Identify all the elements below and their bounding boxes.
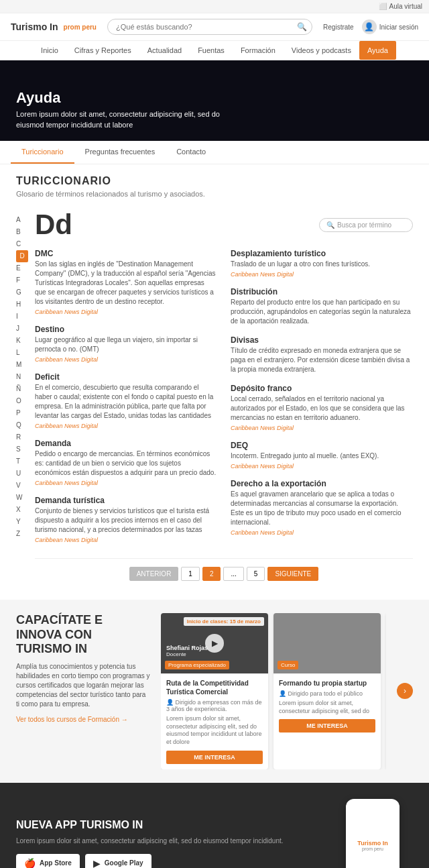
presenter-role: Docente: [166, 651, 208, 657]
course-1-badge: Programa especializado: [165, 661, 229, 669]
entry-derecho-source: Caribbean News Digital: [231, 529, 413, 536]
monitor-icon: ⬜: [379, 3, 387, 10]
entry-distribucion: Distribución Reparto del producto entre …: [231, 287, 413, 326]
letter-v[interactable]: V: [16, 480, 35, 492]
login-label[interactable]: Iniciar sesión: [379, 23, 418, 31]
letter-b[interactable]: B: [16, 226, 35, 238]
letter-i[interactable]: I: [16, 311, 35, 323]
entry-desplazamiento: Desplazamiento turístico Traslado de un …: [231, 249, 413, 278]
app-store-button[interactable]: 🍎 App Store: [16, 854, 80, 868]
nav-item-ayuda[interactable]: Ayuda: [359, 41, 396, 60]
letter-x[interactable]: X: [16, 504, 35, 516]
letter-ñ[interactable]: Ñ: [16, 383, 35, 395]
dictionary-columns: DMC Son las siglas en inglés de "Destina…: [35, 249, 413, 553]
letter-z[interactable]: Z: [16, 528, 35, 540]
entry-demanda-turistica-title: Demanda turística: [35, 496, 217, 505]
page-5-button[interactable]: 5: [247, 567, 265, 581]
course-2-title: Formando tu propia startup: [279, 679, 375, 688]
letter-y[interactable]: Y: [16, 516, 35, 528]
next-button[interactable]: SIGUIENTE: [267, 567, 318, 581]
tab-turiccionario[interactable]: Turiccionario: [11, 141, 74, 164]
entry-deq-title: DEQ: [231, 441, 413, 450]
letter-m[interactable]: M: [16, 359, 35, 371]
tab-contacto[interactable]: Contacto: [166, 141, 217, 164]
course-1-btn[interactable]: ME INTERESA: [166, 751, 263, 764]
letter-j[interactable]: J: [16, 323, 35, 335]
aula-virtual-label[interactable]: Aula virtual: [389, 3, 422, 10]
letter-l[interactable]: L: [16, 347, 35, 359]
hero-title: Ayuda: [16, 89, 231, 107]
letter-q[interactable]: Q: [16, 419, 35, 431]
nav-item-inicio[interactable]: Inicio: [33, 41, 66, 60]
letter-s[interactable]: S: [16, 443, 35, 455]
google-play-icon: ▶: [93, 858, 101, 868]
entry-dmc-title: DMC: [35, 249, 217, 258]
google-play-button[interactable]: ▶ Google Play: [85, 854, 151, 868]
letter-d[interactable]: D: [16, 250, 28, 262]
letter-k[interactable]: K: [16, 335, 35, 347]
entry-dmc-source: Caribbean News Digital: [35, 309, 217, 315]
entry-derecho-title: Derecho a la exportación: [231, 479, 413, 488]
header-logos: Turismo In prom peru: [11, 21, 97, 32]
letter-o[interactable]: O: [16, 395, 35, 407]
dict-header: Dd 🔍 Busca por término: [35, 209, 413, 241]
nav-item-formacion[interactable]: Formación: [233, 41, 284, 60]
nav-item-actualidad[interactable]: Actualidad: [139, 41, 190, 60]
page-1-button[interactable]: 1: [181, 567, 200, 581]
letter-c[interactable]: C: [16, 238, 35, 250]
entry-deq-source: Caribbean News Digital: [231, 463, 413, 470]
presenter-info: Shefiani Rojas Docente: [166, 645, 208, 657]
alphabet-nav: A B C D E F G H I J K L M N Ñ O P Q R S …: [16, 209, 35, 589]
letter-n[interactable]: N: [16, 371, 35, 383]
apple-icon: 🍎: [24, 858, 36, 868]
nav-item-cifras[interactable]: Cifras y Reportes: [66, 41, 139, 60]
letter-p[interactable]: P: [16, 407, 35, 419]
course-2-btn[interactable]: ME INTERESA: [279, 719, 375, 733]
courses-next-button[interactable]: ›: [397, 683, 413, 699]
app-phone-mockup-container: Turismo In prom peru: [332, 799, 413, 868]
dict-search-icon: 🔍: [326, 221, 334, 229]
search-input[interactable]: [107, 19, 312, 35]
entry-deposito: Depósito franco Local cerrado, señalados…: [231, 384, 413, 431]
nav-item-fuentes[interactable]: Fuentas: [190, 41, 233, 60]
dict-column-right: Desplazamiento turístico Traslado de un …: [231, 249, 413, 553]
entry-divisas-title: Divisas: [231, 335, 413, 345]
entry-derecho: Derecho a la exportación Es aquel gravam…: [231, 479, 413, 536]
app-section: NUEVA APP TURISMO IN Lorem ipsum dolor s…: [0, 783, 429, 868]
prev-button[interactable]: ANTERIOR: [129, 567, 179, 581]
page-2-button[interactable]: 2: [202, 567, 221, 581]
letter-w[interactable]: W: [16, 492, 35, 504]
letter-f[interactable]: F: [16, 274, 35, 286]
course-2-audience: 👤 Dirigido para todo el público: [279, 690, 375, 697]
letter-u[interactable]: U: [16, 468, 35, 480]
user-menu[interactable]: 👤 Iniciar sesión: [362, 19, 418, 34]
dict-search-placeholder: Busca por término: [337, 221, 391, 229]
course-card-1-image: ▶ Programa especializado Inicio de clase…: [161, 613, 268, 673]
courses-link[interactable]: Ver todos los cursos de Formación →: [16, 716, 128, 723]
letter-g[interactable]: G: [16, 286, 35, 299]
courses-cards-container: ▶ Programa especializado Inicio de clase…: [161, 613, 386, 769]
app-left-panel: NUEVA APP TURISMO IN Lorem ipsum dolor s…: [16, 819, 322, 868]
register-link[interactable]: Registrate: [323, 23, 354, 31]
phone-logo: Turismo In prom peru: [357, 840, 387, 851]
letter-h[interactable]: H: [16, 299, 35, 311]
nav-item-videos[interactable]: Videos y podcasts: [284, 41, 359, 60]
letter-a[interactable]: A: [16, 214, 35, 226]
entry-desplazamiento-text: Traslado de un lugar a otro con fines tu…: [231, 260, 413, 269]
entry-desplazamiento-title: Desplazamiento turístico: [231, 249, 413, 258]
course-2-desc: Lorem ipsum dolor sit amet, consectetur …: [279, 700, 375, 715]
tab-preguntas[interactable]: Preguntas frecuentes: [74, 141, 166, 164]
main-navigation: Inicio Cifras y Reportes Actualidad Fuen…: [0, 41, 429, 60]
current-letter: Dd: [35, 209, 72, 241]
course-card-2: Curso Formando tu propia startup 👤 Dirig…: [273, 613, 381, 769]
letter-t[interactable]: T: [16, 455, 35, 468]
letter-r[interactable]: R: [16, 431, 35, 443]
app-title: NUEVA APP TURISMO IN: [16, 819, 322, 831]
entry-demanda-text: Pedido o encargo de mercancias. En térmi…: [35, 449, 217, 478]
entry-derecho-text: Es aquel gravamen arancelario que se apl…: [231, 490, 413, 527]
letter-e[interactable]: E: [16, 262, 35, 274]
play-button[interactable]: ▶: [205, 634, 224, 653]
tabs-bar: Turiccionario Preguntas frecuentes Conta…: [0, 141, 429, 164]
dict-search-box[interactable]: 🔍 Busca por término: [319, 218, 413, 232]
courses-title: CAPACÍTATE E INNOVA CON TURISMO IN: [16, 613, 150, 657]
